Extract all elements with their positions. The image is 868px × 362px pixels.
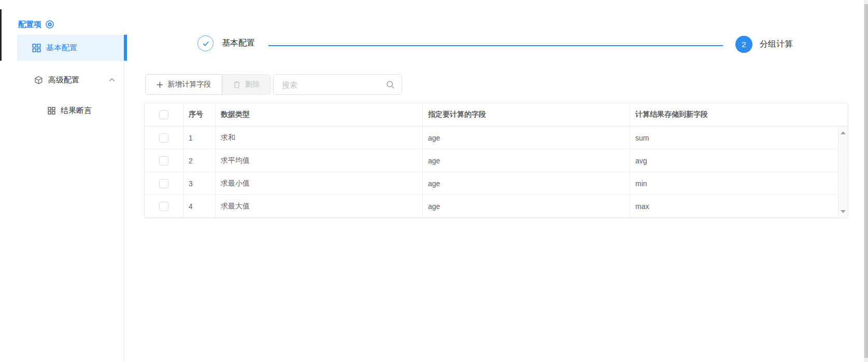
cell-target: avg — [630, 149, 848, 172]
row-checkbox-cell — [145, 195, 183, 217]
cell-target: sum — [630, 127, 848, 149]
delete-button[interactable]: 删除 — [222, 74, 271, 95]
sidebar-item-result-assertion[interactable]: 结果断言 — [17, 100, 124, 121]
table-row: 3 求最小值 age min — [145, 172, 848, 195]
app-window: 配置项 基本配置 高级配置 — [0, 0, 868, 362]
cell-type: 求最小值 — [216, 172, 423, 194]
cell-no: 4 — [183, 195, 216, 217]
row-checkbox[interactable] — [159, 156, 168, 165]
plus-icon — [156, 81, 163, 88]
column-header-target: 计算结果存储到新字段 — [630, 103, 848, 126]
table-row: 4 求最大值 age max — [145, 195, 848, 218]
trash-icon — [233, 81, 240, 89]
cell-field: age — [423, 172, 630, 194]
cell-field: age — [423, 127, 630, 149]
search-icon[interactable] — [386, 80, 395, 89]
grid-icon — [48, 107, 55, 115]
column-header-type: 数据类型 — [216, 103, 423, 126]
row-checkbox-cell — [145, 172, 183, 194]
table-row: 2 求平均值 age avg — [145, 149, 848, 172]
table-row: 1 求和 age sum — [145, 127, 848, 149]
step-number-circle: 2 — [735, 36, 752, 53]
active-item-indicator — [124, 35, 127, 61]
sidebar-title-label: 配置项 — [18, 20, 41, 30]
header-checkbox-cell — [145, 103, 183, 126]
row-checkbox[interactable] — [159, 202, 168, 211]
step-label: 基本配置 — [222, 38, 255, 49]
cube-icon — [34, 76, 43, 85]
sidebar-item-basic-config[interactable]: 基本配置 — [17, 35, 124, 61]
cell-no: 3 — [183, 172, 216, 194]
cell-field: age — [423, 149, 630, 172]
calculation-fields-table: 序号 数据类型 指定要计算的字段 计算结果存储到新字段 1 求和 age sum… — [144, 103, 848, 218]
step-label: 分组计算 — [760, 39, 793, 50]
column-header-field: 指定要计算的字段 — [423, 103, 630, 126]
select-all-checkbox[interactable] — [159, 110, 168, 119]
step-connector-line — [268, 45, 723, 46]
cell-no: 2 — [183, 149, 216, 172]
page-scrollbar-thumb[interactable] — [864, 4, 868, 358]
step-group-calculation[interactable]: 2 分组计算 — [735, 36, 793, 53]
scroll-down-icon[interactable] — [841, 210, 846, 213]
cell-target: max — [630, 195, 848, 217]
row-checkbox[interactable] — [159, 179, 168, 188]
sidebar-item-label: 基本配置 — [46, 43, 77, 53]
sidebar-item-advanced-config[interactable]: 高级配置 — [17, 68, 124, 92]
aim-icon — [45, 20, 54, 29]
cell-type: 求最大值 — [216, 195, 423, 217]
check-icon — [202, 39, 210, 48]
grid-icon — [32, 44, 41, 52]
row-checkbox[interactable] — [159, 133, 168, 143]
add-calculated-field-button[interactable]: 新增计算字段 — [145, 74, 222, 95]
sidebar-title: 配置项 — [18, 19, 54, 30]
cell-type: 求平均值 — [216, 149, 423, 172]
window-edge-line — [0, 9, 2, 61]
add-button-label: 新增计算字段 — [168, 80, 211, 89]
chevron-up-icon[interactable] — [109, 78, 115, 82]
cell-field: age — [423, 195, 630, 217]
table-header-row: 序号 数据类型 指定要计算的字段 计算结果存储到新字段 — [145, 103, 848, 127]
search-input[interactable] — [282, 80, 386, 89]
sidebar-item-label: 高级配置 — [48, 75, 79, 85]
sidebar-divider — [124, 30, 124, 362]
cell-no: 1 — [183, 127, 216, 149]
step-basic-config[interactable]: 基本配置 — [197, 35, 255, 51]
page-scrollbar[interactable] — [864, 0, 868, 362]
column-header-no: 序号 — [183, 103, 216, 126]
search-box — [273, 74, 402, 95]
row-checkbox-cell — [145, 149, 183, 172]
step-done-circle — [197, 35, 214, 51]
row-checkbox-cell — [145, 127, 183, 149]
cell-target: min — [630, 172, 848, 194]
sidebar-item-label: 结果断言 — [61, 106, 92, 116]
delete-button-label: 删除 — [245, 80, 260, 89]
cell-type: 求和 — [216, 127, 423, 149]
table-scrollbar[interactable] — [838, 127, 848, 218]
scroll-up-icon[interactable] — [841, 131, 846, 134]
